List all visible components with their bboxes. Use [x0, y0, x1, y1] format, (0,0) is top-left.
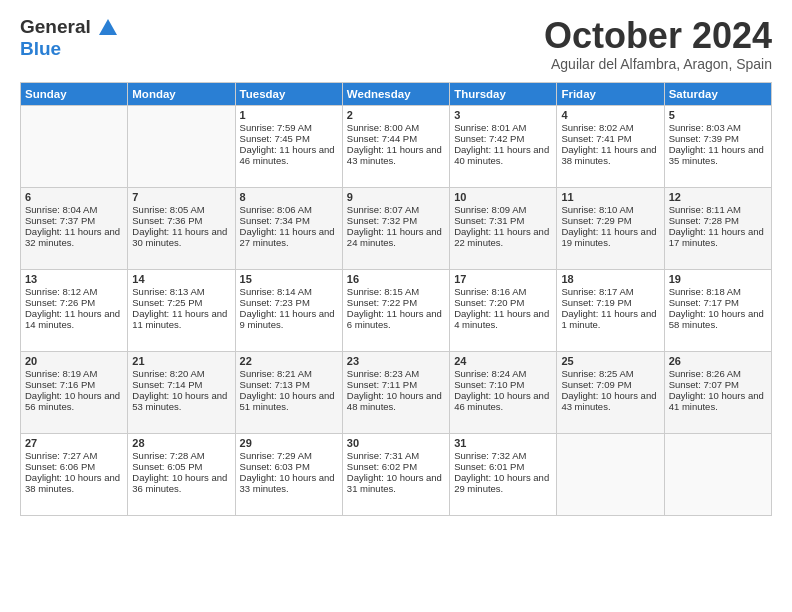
sunset: Sunset: 7:11 PM	[347, 379, 417, 390]
calendar-cell: 2Sunrise: 8:00 AMSunset: 7:44 PMDaylight…	[342, 105, 449, 187]
daylight: Daylight: 11 hours and 38 minutes.	[561, 144, 656, 166]
calendar-cell: 28Sunrise: 7:28 AMSunset: 6:05 PMDayligh…	[128, 433, 235, 515]
sunrise: Sunrise: 8:24 AM	[454, 368, 526, 379]
calendar-week-4: 20Sunrise: 8:19 AMSunset: 7:16 PMDayligh…	[21, 351, 772, 433]
day-number: 20	[25, 355, 123, 367]
logo-general: General	[20, 16, 91, 37]
sunrise: Sunrise: 8:10 AM	[561, 204, 633, 215]
calendar-cell	[664, 433, 771, 515]
sunset: Sunset: 7:37 PM	[25, 215, 95, 226]
day-number: 7	[132, 191, 230, 203]
day-number: 29	[240, 437, 338, 449]
calendar-cell: 31Sunrise: 7:32 AMSunset: 6:01 PMDayligh…	[450, 433, 557, 515]
sunrise: Sunrise: 8:00 AM	[347, 122, 419, 133]
calendar-week-5: 27Sunrise: 7:27 AMSunset: 6:06 PMDayligh…	[21, 433, 772, 515]
sunset: Sunset: 7:28 PM	[669, 215, 739, 226]
sunset: Sunset: 7:39 PM	[669, 133, 739, 144]
logo-icon	[97, 17, 119, 39]
sunset: Sunset: 7:23 PM	[240, 297, 310, 308]
sunrise: Sunrise: 8:06 AM	[240, 204, 312, 215]
sunrise: Sunrise: 7:31 AM	[347, 450, 419, 461]
daylight: Daylight: 11 hours and 30 minutes.	[132, 226, 227, 248]
sunrise: Sunrise: 8:03 AM	[669, 122, 741, 133]
calendar-cell: 24Sunrise: 8:24 AMSunset: 7:10 PMDayligh…	[450, 351, 557, 433]
sunrise: Sunrise: 8:15 AM	[347, 286, 419, 297]
calendar-cell: 25Sunrise: 8:25 AMSunset: 7:09 PMDayligh…	[557, 351, 664, 433]
location: Aguilar del Alfambra, Aragon, Spain	[544, 56, 772, 72]
sunrise: Sunrise: 8:09 AM	[454, 204, 526, 215]
sunset: Sunset: 7:19 PM	[561, 297, 631, 308]
calendar-cell	[128, 105, 235, 187]
day-number: 24	[454, 355, 552, 367]
sunrise: Sunrise: 8:23 AM	[347, 368, 419, 379]
daylight: Daylight: 11 hours and 6 minutes.	[347, 308, 442, 330]
day-number: 18	[561, 273, 659, 285]
calendar-cell: 14Sunrise: 8:13 AMSunset: 7:25 PMDayligh…	[128, 269, 235, 351]
calendar-cell: 9Sunrise: 8:07 AMSunset: 7:32 PMDaylight…	[342, 187, 449, 269]
daylight: Daylight: 10 hours and 51 minutes.	[240, 390, 335, 412]
sunset: Sunset: 7:36 PM	[132, 215, 202, 226]
sunrise: Sunrise: 8:18 AM	[669, 286, 741, 297]
sunset: Sunset: 6:03 PM	[240, 461, 310, 472]
day-number: 1	[240, 109, 338, 121]
calendar-cell: 20Sunrise: 8:19 AMSunset: 7:16 PMDayligh…	[21, 351, 128, 433]
sunset: Sunset: 7:07 PM	[669, 379, 739, 390]
calendar-cell: 23Sunrise: 8:23 AMSunset: 7:11 PMDayligh…	[342, 351, 449, 433]
sunset: Sunset: 7:14 PM	[132, 379, 202, 390]
sunrise: Sunrise: 8:04 AM	[25, 204, 97, 215]
logo-blue: Blue	[20, 39, 119, 60]
title-block: October 2024 Aguilar del Alfambra, Arago…	[544, 16, 772, 72]
sunrise: Sunrise: 8:20 AM	[132, 368, 204, 379]
day-number: 30	[347, 437, 445, 449]
calendar-cell: 13Sunrise: 8:12 AMSunset: 7:26 PMDayligh…	[21, 269, 128, 351]
col-tuesday: Tuesday	[235, 82, 342, 105]
calendar-cell: 5Sunrise: 8:03 AMSunset: 7:39 PMDaylight…	[664, 105, 771, 187]
page: General Blue October 2024 Aguilar del Al…	[0, 0, 792, 528]
calendar-cell: 1Sunrise: 7:59 AMSunset: 7:45 PMDaylight…	[235, 105, 342, 187]
daylight: Daylight: 11 hours and 4 minutes.	[454, 308, 549, 330]
sunset: Sunset: 7:25 PM	[132, 297, 202, 308]
day-number: 8	[240, 191, 338, 203]
day-number: 17	[454, 273, 552, 285]
calendar-cell: 18Sunrise: 8:17 AMSunset: 7:19 PMDayligh…	[557, 269, 664, 351]
sunrise: Sunrise: 8:19 AM	[25, 368, 97, 379]
day-number: 9	[347, 191, 445, 203]
sunrise: Sunrise: 8:14 AM	[240, 286, 312, 297]
sunrise: Sunrise: 7:32 AM	[454, 450, 526, 461]
calendar-cell: 7Sunrise: 8:05 AMSunset: 7:36 PMDaylight…	[128, 187, 235, 269]
calendar-table: Sunday Monday Tuesday Wednesday Thursday…	[20, 82, 772, 516]
day-number: 10	[454, 191, 552, 203]
calendar-cell: 10Sunrise: 8:09 AMSunset: 7:31 PMDayligh…	[450, 187, 557, 269]
sunrise: Sunrise: 8:07 AM	[347, 204, 419, 215]
sunset: Sunset: 7:29 PM	[561, 215, 631, 226]
calendar-week-3: 13Sunrise: 8:12 AMSunset: 7:26 PMDayligh…	[21, 269, 772, 351]
sunrise: Sunrise: 8:13 AM	[132, 286, 204, 297]
calendar-cell: 16Sunrise: 8:15 AMSunset: 7:22 PMDayligh…	[342, 269, 449, 351]
sunrise: Sunrise: 8:17 AM	[561, 286, 633, 297]
daylight: Daylight: 10 hours and 33 minutes.	[240, 472, 335, 494]
day-number: 4	[561, 109, 659, 121]
daylight: Daylight: 11 hours and 40 minutes.	[454, 144, 549, 166]
sunrise: Sunrise: 8:25 AM	[561, 368, 633, 379]
daylight: Daylight: 10 hours and 29 minutes.	[454, 472, 549, 494]
calendar-cell	[21, 105, 128, 187]
logo: General Blue	[20, 16, 119, 60]
calendar-cell: 21Sunrise: 8:20 AMSunset: 7:14 PMDayligh…	[128, 351, 235, 433]
sunrise: Sunrise: 8:02 AM	[561, 122, 633, 133]
daylight: Daylight: 11 hours and 22 minutes.	[454, 226, 549, 248]
calendar-cell: 27Sunrise: 7:27 AMSunset: 6:06 PMDayligh…	[21, 433, 128, 515]
sunset: Sunset: 7:44 PM	[347, 133, 417, 144]
day-number: 19	[669, 273, 767, 285]
sunset: Sunset: 7:26 PM	[25, 297, 95, 308]
daylight: Daylight: 11 hours and 27 minutes.	[240, 226, 335, 248]
daylight: Daylight: 10 hours and 48 minutes.	[347, 390, 442, 412]
day-number: 26	[669, 355, 767, 367]
calendar-cell: 22Sunrise: 8:21 AMSunset: 7:13 PMDayligh…	[235, 351, 342, 433]
svg-marker-0	[99, 19, 117, 35]
day-number: 22	[240, 355, 338, 367]
calendar-cell: 26Sunrise: 8:26 AMSunset: 7:07 PMDayligh…	[664, 351, 771, 433]
daylight: Daylight: 10 hours and 43 minutes.	[561, 390, 656, 412]
daylight: Daylight: 11 hours and 46 minutes.	[240, 144, 335, 166]
daylight: Daylight: 11 hours and 19 minutes.	[561, 226, 656, 248]
calendar-week-1: 1Sunrise: 7:59 AMSunset: 7:45 PMDaylight…	[21, 105, 772, 187]
